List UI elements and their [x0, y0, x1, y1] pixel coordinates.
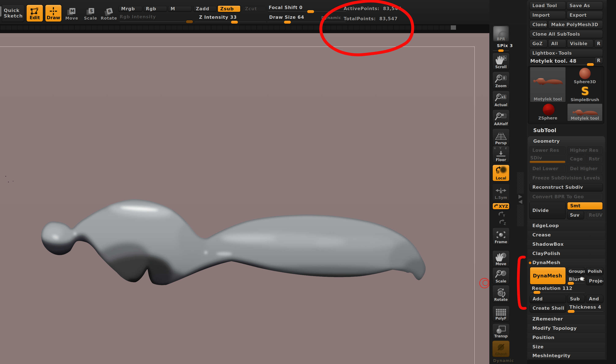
blur-knob[interactable]: [568, 282, 574, 285]
section-edgeloop[interactable]: EdgeLoop: [528, 221, 605, 231]
load-tool-button[interactable]: Load Tool: [529, 1, 566, 10]
zbrush-canvas[interactable]: [0, 33, 489, 364]
xyz-button[interactable]: XYZ: [492, 203, 510, 210]
tool-slider[interactable]: [530, 65, 594, 65]
thumb-active-tool[interactable]: Motylek tool: [530, 67, 566, 102]
panel-scroll-strip[interactable]: [517, 172, 524, 194]
section-size[interactable]: Size: [528, 342, 605, 352]
section-crease[interactable]: Crease: [528, 231, 605, 240]
lightbox-tools-button[interactable]: Lightbox▸Tools: [529, 49, 603, 57]
zoom-button[interactable]: Zoom: [492, 72, 510, 89]
transp-button[interactable]: Transp: [492, 324, 510, 339]
and-button[interactable]: And: [586, 295, 603, 303]
polyf-button[interactable]: PolyF: [492, 306, 510, 321]
tool-slider-knob[interactable]: [587, 63, 594, 66]
zcut-button[interactable]: Zcut: [243, 6, 266, 12]
thickness-knob[interactable]: [568, 310, 575, 313]
suv-button[interactable]: Suv: [567, 211, 584, 219]
draw-size-slider[interactable]: [268, 22, 346, 22]
save-as-button[interactable]: Save As: [567, 1, 603, 10]
higher-res-button[interactable]: Higher Res: [567, 146, 603, 154]
make-polymesh3d-button[interactable]: Make PolyMesh3D: [548, 20, 603, 29]
quick-sketch-button[interactable]: Quick Sketch: [2, 4, 24, 22]
create-shell-button[interactable]: Create Shell: [530, 304, 566, 312]
project-button[interactable]: Project: [586, 277, 603, 285]
persp-button[interactable]: Persp: [492, 129, 510, 146]
rotate-gyro-button[interactable]: R Rotate: [101, 8, 116, 20]
scale-gyro-button[interactable]: S Scale: [83, 8, 98, 20]
scroll-button[interactable]: Scroll: [492, 53, 510, 70]
ghost-button[interactable]: Ghost: [492, 340, 510, 357]
thumb-sphere3d[interactable]: Sphere3D: [567, 67, 603, 84]
subtool-header[interactable]: SubTool: [533, 128, 556, 133]
section-position[interactable]: Position: [528, 333, 605, 342]
sub-button[interactable]: Sub: [567, 295, 585, 303]
smt-button[interactable]: Smt: [567, 202, 603, 210]
scale-button[interactable]: Scale: [492, 267, 510, 284]
thumb-motylek[interactable]: Motylek tool: [567, 104, 603, 121]
draw-button[interactable]: Draw: [45, 4, 62, 22]
local-button[interactable]: Local: [492, 165, 510, 181]
polish-button[interactable]: Polish: [586, 267, 603, 275]
add-button[interactable]: Add: [530, 295, 566, 303]
divide-button[interactable]: Divide: [529, 202, 565, 219]
rstr-button[interactable]: Rstr: [586, 155, 603, 163]
rotate-z-icon[interactable]: Z: [499, 219, 506, 226]
dynamesh-button[interactable]: DynaMesh: [530, 267, 566, 285]
move-gyro-button[interactable]: M Move: [64, 8, 79, 20]
actual-button[interactable]: x1 Actual: [492, 91, 510, 108]
reconstruct-subdiv-button[interactable]: Reconstruct Subdiv: [529, 183, 603, 191]
section-modify-topology[interactable]: Modify Topology: [528, 324, 605, 333]
goz-visible-button[interactable]: Visible: [567, 39, 593, 48]
clone-all-subtools-button[interactable]: Clone All SubTools: [529, 30, 603, 38]
del-higher-button[interactable]: Del Higher: [567, 165, 603, 173]
bpr-button[interactable]: BPR: [492, 25, 510, 42]
section-claypolish[interactable]: ClayPolish: [528, 249, 605, 259]
rotate-button[interactable]: Rotate: [492, 285, 510, 303]
move-button[interactable]: Move: [492, 250, 510, 267]
convert-bpr-button[interactable]: Convert BPR To Geo: [529, 193, 603, 201]
m-button[interactable]: M: [168, 6, 192, 12]
tool-r-button[interactable]: R: [594, 57, 603, 64]
section-dynamesh[interactable]: DynaMesh DynaMesh Groups Polish Blur 2 P…: [528, 259, 605, 315]
section-meshintegrity[interactable]: MeshIntegrity: [528, 352, 605, 360]
panel-scroll-strip2[interactable]: [517, 205, 524, 226]
clone-button[interactable]: Clone: [529, 20, 547, 29]
lsym-button[interactable]: L.Sym: [492, 184, 510, 201]
thumb-zsphere[interactable]: ZSphere: [530, 104, 566, 121]
floor-button[interactable]: x Y z Floor: [492, 146, 510, 163]
section-shadowbox[interactable]: ShadowBox: [528, 240, 605, 249]
edit-button[interactable]: Edit: [26, 4, 43, 22]
frame-button[interactable]: Frame: [492, 228, 510, 245]
zsub-button[interactable]: Zsub: [218, 5, 241, 12]
freeze-subdivision-button[interactable]: Freeze SubDivision Levels: [529, 174, 603, 182]
goz-all-button[interactable]: All: [548, 39, 566, 48]
rgb-button[interactable]: Rgb: [143, 6, 167, 12]
mrgb-button[interactable]: Mrgb: [119, 6, 142, 12]
section-zremesher[interactable]: ZRemesher: [528, 315, 605, 324]
z-intensity-slider[interactable]: [195, 22, 266, 22]
export-button[interactable]: Export: [567, 11, 603, 19]
z-intensity-knob[interactable]: [231, 21, 238, 24]
import-button[interactable]: Import: [529, 11, 566, 19]
divider-arrow-left[interactable]: [517, 199, 524, 204]
zadd-button[interactable]: Zadd: [193, 6, 217, 12]
aahalf-button[interactable]: AAHalf: [492, 110, 510, 127]
geometry-header[interactable]: Geometry: [533, 139, 560, 144]
lower-res-button[interactable]: Lower Res: [529, 146, 565, 154]
thumb-simplebrush[interactable]: S SimpleBrush: [567, 85, 603, 102]
rgb-intensity-knob[interactable]: [186, 20, 193, 23]
resolution-knob[interactable]: [533, 291, 540, 294]
spix-knob[interactable]: [498, 49, 504, 52]
draw-size-knob[interactable]: [284, 21, 291, 24]
cage-button[interactable]: Cage: [567, 155, 584, 163]
sdiv-slider[interactable]: [530, 161, 565, 163]
rgb-intensity-slider[interactable]: [120, 22, 192, 22]
goz-button[interactable]: GoZ: [529, 39, 547, 48]
focal-shift-knob[interactable]: [307, 10, 314, 13]
divider-arrow-right[interactable]: [517, 194, 524, 199]
sculpt-mesh[interactable]: [0, 33, 489, 364]
goz-r-button[interactable]: R: [594, 39, 603, 48]
del-lower-button[interactable]: Del Lower: [529, 165, 565, 173]
groups-button[interactable]: Groups: [567, 267, 585, 275]
